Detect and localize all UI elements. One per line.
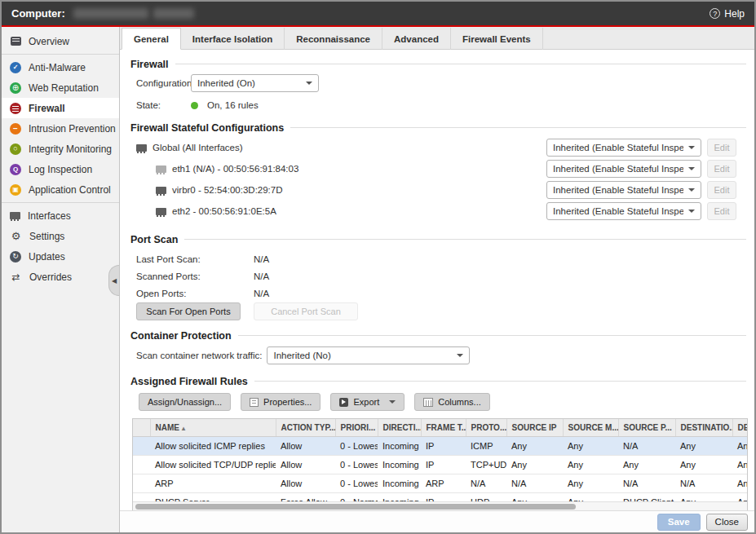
state-label: State:: [136, 100, 191, 110]
tab-firewall-events[interactable]: Firewall Events: [451, 28, 543, 50]
container-traffic-label: Scan container network traffic:: [136, 351, 262, 360]
chevron-down-icon: [688, 167, 695, 170]
tab-general[interactable]: General: [122, 28, 181, 50]
open-ports-value: N/A: [254, 289, 269, 298]
properties-sheet-icon: [250, 398, 259, 407]
table-header-row: NAME▴ ACTION TYP... PRIORI... DIRECTI...…: [133, 419, 748, 436]
chevron-down-icon: [688, 188, 695, 192]
table-row[interactable]: Allow solicited TCP/UDP replies Allow 0 …: [133, 455, 748, 474]
firewall-icon: [10, 103, 21, 114]
stateful-config-select[interactable]: Inherited (Enable Stateful Inspection): [546, 181, 701, 199]
columns-grid-icon: [423, 398, 433, 407]
general-tab-content: Firewall Configuration: Inherited (On) S…: [120, 50, 754, 510]
sidebar-item-firewall[interactable]: Firewall: [2, 98, 119, 118]
stateful-config-select[interactable]: Inherited (Enable Stateful Inspection): [546, 160, 701, 178]
stateful-config-select[interactable]: Inherited (Enable Stateful Inspection): [546, 139, 701, 157]
open-ports-row: Open Ports: N/A: [136, 285, 746, 302]
help-link[interactable]: ? Help: [710, 8, 745, 20]
stateful-row-eth1: eth1 (N/A) - 00:50:56:91:84:03 Inherited…: [136, 158, 746, 179]
save-button[interactable]: Save: [657, 514, 701, 531]
sort-ascending-icon: ▴: [182, 425, 185, 432]
stateful-row-virbr0: virbr0 - 52:54:00:3D:29:7D Inherited (En…: [136, 179, 746, 201]
sidebar-item-anti-malware[interactable]: ✓ Anti-Malware: [2, 57, 119, 77]
network-interface-icon: [156, 187, 166, 194]
sidebar: Overview ✓ Anti-Malware ⊕ Web Reputation…: [2, 27, 120, 532]
table-row[interactable]: Allow solicited ICMP replies Allow 0 - L…: [133, 436, 748, 455]
column-header-frame-type[interactable]: FRAME T...: [421, 419, 466, 436]
edit-button[interactable]: Edit: [707, 160, 736, 178]
sidebar-item-updates[interactable]: ↻ Updates: [2, 246, 119, 267]
title-bar: Computer: ? Help: [2, 2, 754, 25]
sidebar-item-overview[interactable]: Overview: [2, 31, 119, 51]
sidebar-item-interfaces[interactable]: Interfaces: [2, 205, 119, 226]
sidebar-item-settings[interactable]: ⚙ Settings: [2, 226, 119, 246]
firewall-configuration-select[interactable]: Inherited (On): [191, 74, 319, 92]
log-inspection-icon: Q: [10, 164, 21, 175]
column-header-source-ip[interactable]: SOURCE IP: [506, 419, 563, 436]
intrusion-prevention-icon: −: [10, 123, 21, 135]
column-header-name[interactable]: NAME▴: [150, 419, 276, 436]
anti-malware-icon: ✓: [10, 62, 21, 73]
edit-button[interactable]: Edit: [707, 202, 736, 220]
sidebar-item-overrides[interactable]: ⇄ Overrides: [2, 267, 119, 287]
stateful-row-eth2: eth2 - 00:50:56:91:0E:5A Inherited (Enab…: [136, 201, 746, 222]
column-header-source-mac[interactable]: SOURCE M...: [563, 419, 618, 436]
application-control-icon: ▣: [10, 184, 21, 196]
assign-unassign-button[interactable]: Assign/Unassign...: [139, 393, 231, 411]
export-icon: [339, 398, 348, 407]
last-port-scan-value: N/A: [254, 254, 269, 264]
sidebar-item-integrity-monitoring[interactable]: ○ Integrity Monitoring: [2, 139, 119, 159]
network-interface-icon: [136, 144, 147, 152]
scanned-ports-value: N/A: [254, 271, 269, 281]
computer-details-window: Computer: ? Help Overview ✓ Anti-Malware…: [0, 0, 756, 534]
horizontal-scrollbar[interactable]: [133, 501, 747, 510]
sidebar-separator: [2, 202, 119, 203]
column-header-de[interactable]: DE: [732, 419, 748, 436]
table-row[interactable]: ARP Allow 0 - Lowest Incoming ARP N/A N/…: [133, 474, 748, 492]
select-column-header[interactable]: [133, 419, 150, 436]
stateful-row-global: Global (All Interfaces) Inherited (Enabl…: [136, 137, 746, 158]
sidebar-collapse-handle[interactable]: ◀: [108, 265, 119, 296]
chevron-down-icon: [688, 210, 695, 213]
network-interface-icon: [156, 208, 166, 215]
column-header-source-port[interactable]: SOURCE P...: [618, 419, 675, 436]
properties-button[interactable]: Properties...: [241, 393, 321, 411]
column-header-destination[interactable]: DESTINATIO...: [675, 419, 732, 436]
configuration-row: Configuration: Inherited (On): [136, 74, 746, 92]
column-header-direction[interactable]: DIRECTI...: [378, 419, 421, 436]
scanned-ports-row: Scanned Ports: N/A: [136, 267, 746, 285]
chevron-down-icon: [688, 146, 695, 149]
sidebar-item-log-inspection[interactable]: Q Log Inspection: [2, 159, 119, 179]
column-header-protocol[interactable]: PROTO...: [466, 419, 506, 436]
edit-button[interactable]: Edit: [707, 181, 736, 199]
chevron-down-icon: [457, 354, 463, 357]
footer-bar: Save Close: [120, 510, 754, 532]
cancel-port-scan-button[interactable]: Cancel Port Scan: [254, 302, 358, 320]
container-network-traffic-row: Scan container network traffic: Inherite…: [136, 346, 746, 364]
scan-for-open-ports-button[interactable]: Scan For Open Ports: [136, 302, 241, 320]
horizontal-scrollbar-thumb[interactable]: [135, 504, 576, 510]
stateful-config-select[interactable]: Inherited (Enable Stateful Inspection): [546, 202, 701, 220]
redacted-computer-name: [73, 8, 148, 19]
network-interface-icon: [156, 165, 166, 173]
sidebar-item-application-control[interactable]: ▣ Application Control: [2, 179, 119, 200]
interfaces-icon: [10, 212, 20, 219]
sidebar-item-intrusion-prevention[interactable]: − Intrusion Prevention: [2, 118, 119, 139]
state-row: State: On, 16 rules: [136, 99, 746, 111]
sidebar-item-web-reputation[interactable]: ⊕ Web Reputation: [2, 77, 119, 98]
container-traffic-select[interactable]: Inherited (No): [267, 346, 470, 364]
columns-button[interactable]: Columns...: [414, 393, 490, 411]
tab-interface-isolation[interactable]: Interface Isolation: [181, 28, 285, 50]
export-button[interactable]: Export: [330, 393, 405, 411]
column-header-priority[interactable]: PRIORI...: [335, 419, 378, 436]
port-scan-section-header: Port Scan: [130, 233, 746, 245]
tab-advanced[interactable]: Advanced: [382, 28, 451, 50]
edit-button[interactable]: Edit: [707, 139, 736, 157]
chevron-down-icon: [389, 400, 396, 404]
tab-reconnaissance[interactable]: Reconnaissance: [285, 28, 382, 50]
tab-bar: General Interface Isolation Reconnaissan…: [120, 27, 754, 50]
chevron-down-icon: [306, 82, 312, 85]
overrides-shuffle-icon: ⇄: [10, 272, 22, 282]
close-button[interactable]: Close: [706, 514, 748, 531]
column-header-action-type[interactable]: ACTION TYP...: [276, 419, 335, 436]
